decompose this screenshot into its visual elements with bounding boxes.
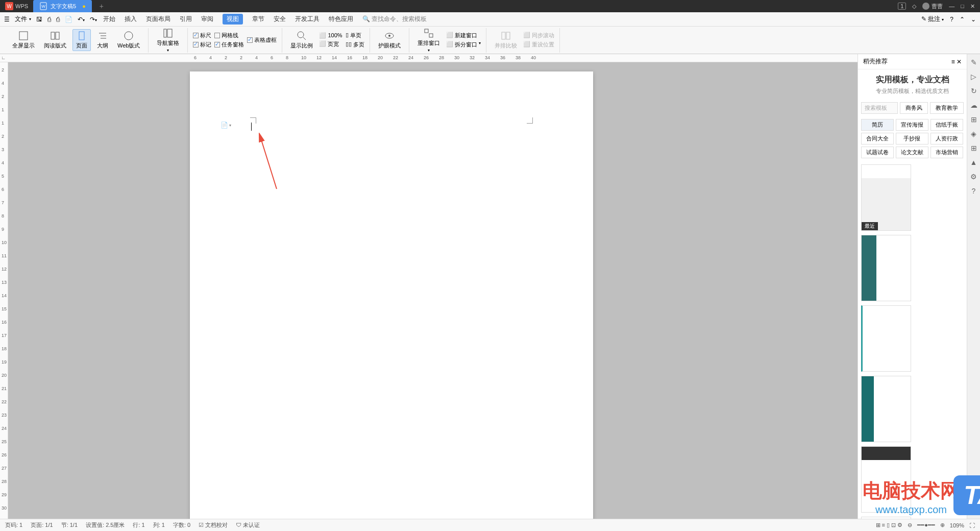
horizontal-ruler[interactable]: ∟ 64224681012141618202224262830323436384…	[0, 54, 980, 62]
vertical-ruler[interactable]: 2421123456789101112131415161718192021222…	[0, 62, 8, 519]
menu-devtools[interactable]: 开发工具	[295, 15, 320, 23]
arrange-windows-button[interactable]: 重排窗口▾	[414, 27, 443, 54]
tag-hr[interactable]: 人资行政	[930, 133, 963, 144]
grid-checkbox[interactable]: 网格线	[214, 32, 244, 39]
minimize-button[interactable]: —	[949, 3, 954, 9]
print-preview-icon[interactable]: 📄	[65, 16, 72, 23]
document-page[interactable]: 📄▾	[190, 71, 593, 519]
menu-review[interactable]: 审阅	[201, 15, 213, 23]
tag-poster[interactable]: 宣传海报	[896, 119, 928, 131]
new-tab-button[interactable]: +	[100, 2, 104, 10]
status-page[interactable]: 页面: 1/1	[31, 521, 53, 529]
multi-page-button[interactable]: ▯▯多页	[346, 41, 364, 49]
paste-options-icon[interactable]: 📄▾	[220, 122, 231, 129]
zoom-in-icon[interactable]: ⊕	[940, 522, 945, 528]
web-mode-button[interactable]: Web版式	[114, 30, 143, 51]
tag-handwritten[interactable]: 手抄报	[896, 133, 928, 144]
sidebar-help-icon[interactable]: ?	[972, 187, 976, 195]
tag-marketing[interactable]: 市场营销	[930, 147, 963, 158]
close-button[interactable]: ✕	[970, 3, 975, 10]
page-width-button[interactable]: ⬜页宽	[319, 40, 342, 48]
tag-contract[interactable]: 合同大全	[861, 133, 894, 144]
tag-exam[interactable]: 试题试卷	[861, 147, 894, 158]
file-menu[interactable]: 文件▾	[15, 15, 31, 23]
badge-icon[interactable]: 1	[898, 3, 906, 10]
fit-icon[interactable]: ⛶	[969, 522, 975, 528]
menu-features[interactable]: 特色应用	[329, 15, 353, 23]
new-window-button[interactable]: ⬜新建窗口	[446, 32, 481, 39]
menu-references[interactable]: 引用	[180, 15, 192, 23]
help-icon[interactable]: ?	[950, 16, 953, 23]
zoom-button[interactable]: 显示比例	[287, 30, 316, 51]
undo-icon[interactable]: ↶▾	[78, 16, 85, 23]
sidebar-grid-icon[interactable]: ⊞	[971, 144, 977, 152]
redo-icon[interactable]: ↷▾	[90, 16, 97, 23]
sidebar-settings-icon[interactable]: ⚙	[970, 173, 977, 181]
expand-ribbon-icon[interactable]: ⌄	[971, 16, 976, 23]
panel-close-icon[interactable]: ✕	[957, 58, 962, 65]
zoom-slider[interactable]: ━━●━━	[917, 522, 935, 528]
sidebar-cloud-icon[interactable]: ☁	[970, 101, 977, 109]
split-window-button[interactable]: ⬜拆分窗口▾	[446, 41, 481, 49]
menu-insert[interactable]: 插入	[125, 15, 137, 23]
zoom-value[interactable]: 109%	[950, 522, 964, 528]
menu-security[interactable]: 安全	[274, 15, 286, 23]
user-avatar-icon[interactable]: 曹曹	[922, 3, 943, 10]
template-search-input[interactable]: 搜索模板	[861, 102, 898, 114]
menu-icon[interactable]: ☰	[4, 16, 10, 23]
sidebar-property-icon[interactable]: ⊞	[971, 115, 977, 124]
table-grid-checkbox[interactable]: 表格虚框	[247, 36, 277, 44]
search-box[interactable]: 🔍 查找命令、搜索模板	[362, 15, 427, 23]
wps-logo[interactable]: W WPS	[0, 2, 33, 10]
status-page-num[interactable]: 页码: 1	[5, 521, 22, 529]
tag-letter[interactable]: 信纸手账	[930, 119, 963, 131]
single-page-button[interactable]: ▯单页	[346, 32, 364, 39]
template-item[interactable]	[861, 305, 911, 372]
page-mode-button[interactable]: 页面	[72, 29, 91, 51]
export-icon[interactable]: ⎙	[47, 16, 51, 23]
markup-checkbox[interactable]: 标记	[193, 41, 211, 49]
status-setting[interactable]: 设置值: 2.5厘米	[86, 521, 125, 529]
skin-icon[interactable]: ◇	[912, 3, 916, 10]
filter-business-button[interactable]: 商务风	[900, 102, 928, 114]
menu-layout[interactable]: 页面布局	[146, 15, 170, 23]
save-icon[interactable]: 🖫	[36, 16, 42, 23]
zoom-100-button[interactable]: ⬜100%	[319, 32, 342, 39]
menu-start[interactable]: 开始	[103, 15, 115, 23]
sidebar-refresh-icon[interactable]: ↻	[971, 87, 977, 95]
document-tab[interactable]: W 文字文稿5 ●	[33, 0, 92, 12]
sidebar-shape-icon[interactable]: ◈	[971, 130, 976, 138]
eye-protect-button[interactable]: 护眼模式	[375, 30, 404, 51]
status-cert[interactable]: 🛡 未认证	[236, 521, 260, 529]
sidebar-edit-icon[interactable]: ✎	[971, 58, 977, 66]
status-row[interactable]: 行: 1	[133, 521, 144, 529]
template-item[interactable]	[861, 235, 911, 301]
zoom-out-icon[interactable]: ⊖	[908, 522, 912, 528]
maximize-button[interactable]: □	[961, 3, 964, 9]
tag-paper[interactable]: 论文文献	[896, 147, 928, 158]
task-pane-checkbox[interactable]: 任务窗格	[214, 41, 244, 49]
reading-mode-button[interactable]: 阅读版式	[41, 30, 69, 51]
view-mode-icons[interactable]: ⊞ ≡ ▯ ⊡ ⚙	[876, 522, 903, 528]
fullscreen-button[interactable]: 全屏显示	[9, 30, 38, 51]
status-proof[interactable]: ☑ 文档校对	[199, 521, 228, 529]
collapse-ribbon-icon[interactable]: ⌃	[960, 16, 965, 23]
sidebar-select-icon[interactable]: ▷	[971, 73, 976, 81]
outline-button[interactable]: 大纲	[94, 30, 111, 51]
menu-view[interactable]: 视图	[223, 14, 243, 25]
comment-button[interactable]: ✎ 批注 ▾	[921, 15, 944, 23]
document-area[interactable]: 📄▾	[8, 62, 857, 519]
template-item[interactable]: 最近	[861, 164, 911, 231]
tag-resume[interactable]: 简历	[861, 119, 894, 131]
status-chars[interactable]: 字数: 0	[173, 521, 190, 529]
ruler-checkbox[interactable]: 标尺	[193, 32, 211, 39]
panel-menu-icon[interactable]: ≡	[951, 58, 955, 65]
menu-chapter[interactable]: 章节	[252, 15, 264, 23]
template-item[interactable]	[861, 376, 911, 442]
nav-pane-button[interactable]: 导航窗格▾	[154, 27, 182, 54]
status-section[interactable]: 节: 1/1	[61, 521, 78, 529]
filter-education-button[interactable]: 教育教学	[930, 102, 964, 114]
status-col[interactable]: 列: 1	[153, 521, 165, 529]
sidebar-image-icon[interactable]: ▲	[970, 158, 977, 166]
print-icon[interactable]: ⎙	[56, 16, 60, 23]
